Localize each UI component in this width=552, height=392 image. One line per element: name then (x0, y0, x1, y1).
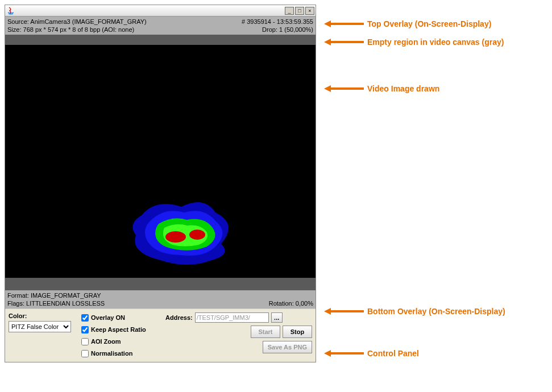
arrow-icon (324, 85, 364, 92)
overlay-rotation: Rotation: 0,00% (269, 299, 313, 307)
normalisation-checkbox-label: Normalisation (91, 350, 132, 357)
normalisation-checkbox[interactable] (81, 350, 89, 357)
arrow-icon (324, 350, 364, 357)
empty-region-bottom (5, 278, 316, 290)
overlay-source: Source: AnimCamera3 (IMAGE_FORMAT_GRAY) (7, 18, 147, 26)
control-panel: Color: PITZ False Color Overlay ON Keep … (5, 308, 316, 362)
main-window: _ □ × Source: AnimCamera3 (IMAGE_FORMAT_… (5, 5, 316, 362)
annotation-top-overlay: Top Overlay (On-Screen-Display) (324, 19, 491, 28)
address-label: Address: (165, 314, 193, 321)
annotation-empty-region: Empty region in video canvas (gray) (324, 37, 504, 47)
overlay-checkbox-label: Overlay ON (91, 314, 125, 321)
keepaspect-checkbox[interactable] (81, 326, 89, 333)
arrow-icon (324, 308, 364, 315)
color-label: Color: (9, 312, 77, 319)
empty-region-top (5, 35, 316, 45)
maximize-button[interactable]: □ (295, 7, 304, 15)
annotation-control-panel: Control Panel (324, 349, 419, 358)
keepaspect-checkbox-label: Keep Aspect Ratio (91, 326, 146, 333)
bottom-overlay: Format: IMAGE_FORMAT_GRAY Flags: LITTLEE… (5, 290, 316, 308)
java-icon (6, 6, 15, 15)
arrow-icon (324, 39, 364, 45)
browse-button[interactable]: ... (271, 312, 283, 323)
overlay-format: Format: IMAGE_FORMAT_GRAY (7, 291, 101, 299)
address-input[interactable] (195, 312, 269, 323)
aoizoom-checkbox-label: AOI Zoom (91, 338, 121, 345)
color-select[interactable]: PITZ False Color (9, 321, 71, 332)
video-image (119, 193, 244, 272)
overlay-drop: Drop: 1 (50,000%) (262, 26, 313, 34)
svg-point-0 (165, 231, 186, 243)
arrow-icon (324, 20, 364, 27)
close-button[interactable]: × (305, 7, 314, 15)
top-overlay: Source: AnimCamera3 (IMAGE_FORMAT_GRAY) … (5, 16, 316, 35)
overlay-size: Size: 768 px * 574 px * 8 of 8 bpp (AOI:… (7, 26, 134, 34)
titlebar: _ □ × (5, 5, 316, 16)
aoizoom-checkbox[interactable] (81, 338, 89, 345)
annotation-bottom-overlay: Bottom Overlay (On-Screen-Display) (324, 307, 505, 316)
minimize-button[interactable]: _ (285, 7, 294, 15)
saveas-button[interactable]: Save As PNG (263, 341, 312, 353)
overlay-frameinfo: # 3935914 - 13:53:59.355 (242, 18, 313, 26)
overlay-checkbox[interactable] (81, 314, 89, 322)
start-button[interactable]: Start (251, 326, 280, 338)
stop-button[interactable]: Stop (283, 326, 312, 338)
video-canvas (5, 45, 316, 278)
svg-point-1 (189, 230, 205, 240)
overlay-flags: Flags: LITTLEENDIAN LOSSLESS (7, 299, 105, 307)
annotation-video-image: Video Image drawn (324, 84, 439, 93)
